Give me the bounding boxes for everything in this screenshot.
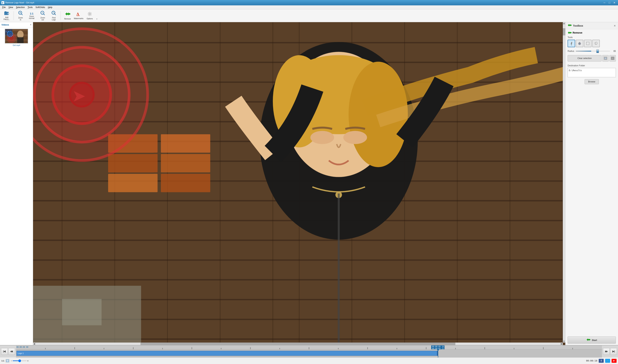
- ruler: 00:00:00 00: [16, 345, 602, 349]
- facebook-button[interactable]: f: [599, 359, 604, 363]
- zoom-slider[interactable]: [13, 360, 27, 361]
- video-area: ➤ ▲ ▼ ◀ ▶: [33, 22, 565, 345]
- remove-section-label: Remove: [573, 31, 582, 34]
- zoom-in-button[interactable]: Zoomin: [15, 10, 26, 21]
- svg-marker-128: [605, 351, 606, 352]
- svg-marker-88: [569, 32, 572, 34]
- scroll-left-button[interactable]: ◀: [33, 343, 36, 345]
- twitter-button[interactable]: 🐦: [605, 359, 610, 363]
- remove-button[interactable]: Remove: [62, 10, 73, 21]
- watermarks-label: Watermarks: [74, 17, 83, 19]
- scroll-down-button[interactable]: ▼: [563, 340, 565, 343]
- go-to-start-button[interactable]: [1, 348, 8, 355]
- menu-file[interactable]: File: [1, 6, 7, 9]
- video-scrollbar-right[interactable]: ▲ ▼: [563, 22, 565, 343]
- radius-label: Radius: [567, 50, 574, 52]
- timeline-clip[interactable]: Logo 1: [16, 351, 438, 356]
- browse-button[interactable]: Browse: [585, 79, 599, 84]
- videos-close-button[interactable]: ×: [30, 23, 31, 26]
- watermarks-button[interactable]: A Watermarks: [73, 10, 84, 21]
- scroll-up-button[interactable]: ▲: [563, 22, 565, 25]
- svg-rect-104: [3, 351, 4, 352]
- minimize-button[interactable]: ─: [602, 1, 606, 4]
- find-logo-button[interactable]: 🔍 FindLogo: [48, 10, 59, 21]
- svg-line-12: [55, 14, 56, 15]
- timeline-ruler-area[interactable]: 00:00:00 00: [16, 345, 602, 358]
- go-to-end-icon: [612, 350, 615, 353]
- videos-header: Videos ×: [0, 22, 33, 27]
- menu-softorbits[interactable]: SoftOrbits: [34, 6, 46, 9]
- tool-rect-select-button[interactable]: [584, 40, 592, 47]
- find-logo-label: FindLogo: [52, 17, 56, 21]
- svg-marker-107: [10, 351, 12, 352]
- start-button[interactable]: Start: [567, 337, 616, 344]
- next-frame-button[interactable]: [603, 348, 610, 355]
- close-button[interactable]: ✕: [612, 1, 617, 4]
- video-scrollbar-bottom[interactable]: ◀ ▶: [33, 343, 563, 345]
- maximize-button[interactable]: □: [607, 1, 612, 4]
- timeline-area: 00:00:00 00: [0, 345, 618, 357]
- svg-line-10: [44, 14, 45, 15]
- toolbox-header-left: Toolbox: [567, 24, 583, 28]
- video-thumbnail[interactable]: BSR: [5, 29, 28, 43]
- scroll-thumb-v[interactable]: [563, 28, 565, 35]
- menu-help[interactable]: Help: [46, 6, 54, 9]
- zoom-out-button[interactable]: Zoomout: [37, 10, 48, 21]
- zoom-out-label: Zoomout: [40, 17, 45, 21]
- playhead[interactable]: [438, 349, 438, 358]
- toolbar-sep-1: [13, 11, 14, 20]
- zoom-normal-button[interactable]: 1:1 Zoomnormal: [26, 10, 37, 21]
- go-to-end-button[interactable]: [610, 348, 617, 355]
- scroll-thumb-h[interactable]: [141, 343, 455, 345]
- destination-input[interactable]: [567, 68, 616, 77]
- menu-view[interactable]: View: [7, 6, 14, 9]
- tool-pencil-button[interactable]: [567, 40, 575, 47]
- menu-bar: File View Selection Tools SoftOrbits Hel…: [0, 5, 618, 9]
- youtube-button[interactable]: ▶: [612, 359, 617, 363]
- svg-rect-65: [108, 154, 157, 172]
- clear-selection-button[interactable]: Clear selection: [567, 55, 602, 62]
- menu-selection[interactable]: Selection: [14, 6, 26, 9]
- tool-brush-button[interactable]: [576, 40, 583, 47]
- select-all-button[interactable]: [602, 55, 609, 62]
- add-files-button[interactable]: + AddFile(s)...: [1, 10, 12, 21]
- video-filename: Girl.mp4: [13, 44, 20, 46]
- timeline-transport: [0, 345, 16, 358]
- toolbox-body: Remove Tools: [566, 29, 618, 334]
- select-all-icon: [604, 57, 607, 60]
- video-frame[interactable]: ➤ ▲ ▼ ◀ ▶: [33, 22, 565, 345]
- brush-icon: [578, 41, 581, 45]
- invert-selection-button[interactable]: [609, 55, 616, 62]
- svg-rect-68: [161, 174, 210, 192]
- svg-marker-86: [569, 24, 572, 26]
- svg-point-33: [10, 37, 13, 40]
- toolbar-dropdown-arrow[interactable]: ▼: [96, 18, 98, 21]
- menu-tools[interactable]: Tools: [26, 6, 34, 9]
- svg-rect-27: [17, 37, 24, 43]
- fit-window-icon: [6, 360, 9, 362]
- toolbox-panel: Toolbox ✕ Remove Tools: [565, 22, 618, 345]
- radius-slider[interactable]: [576, 51, 610, 52]
- svg-rect-21: [5, 32, 28, 34]
- tool-lasso-button[interactable]: [592, 40, 600, 47]
- zoom-plus-button[interactable]: +: [27, 359, 29, 362]
- start-icon: [586, 338, 590, 342]
- title-bar-left: ▶ Remove Logo Now! - Girl.mp4: [1, 1, 34, 4]
- svg-rect-84: [62, 299, 102, 325]
- zoom-in-label: Zoomin: [18, 17, 23, 21]
- svg-rect-133: [7, 360, 8, 362]
- prev-frame-button[interactable]: [8, 348, 15, 355]
- status-left: 1:1 − +: [1, 359, 29, 363]
- options-button[interactable]: Options: [84, 10, 95, 21]
- toolbox-close-button[interactable]: ✕: [614, 24, 616, 27]
- svg-marker-106: [12, 351, 13, 352]
- scroll-right-button[interactable]: ▶: [560, 343, 563, 345]
- videos-panel: Videos ×: [0, 22, 33, 345]
- app-title: Remove Logo Now! - Girl.mp4: [5, 1, 34, 4]
- zoom-minus-button[interactable]: −: [11, 359, 12, 362]
- svg-rect-131: [614, 351, 615, 352]
- fit-window-button[interactable]: [6, 359, 9, 363]
- svg-text:➤: ➤: [73, 88, 85, 104]
- svg-point-74: [310, 131, 334, 144]
- ruler-ticks-svg: [16, 345, 602, 349]
